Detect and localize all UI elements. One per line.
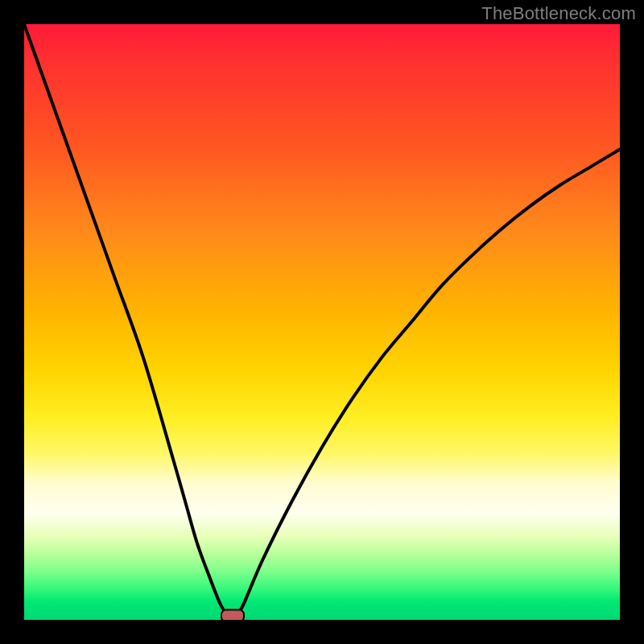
watermark-text: TheBottleneck.com xyxy=(481,3,636,24)
optimal-point-marker xyxy=(221,609,245,621)
chart-frame: TheBottleneck.com xyxy=(0,0,644,644)
bottleneck-curve xyxy=(24,24,620,620)
plot-area xyxy=(24,24,620,620)
